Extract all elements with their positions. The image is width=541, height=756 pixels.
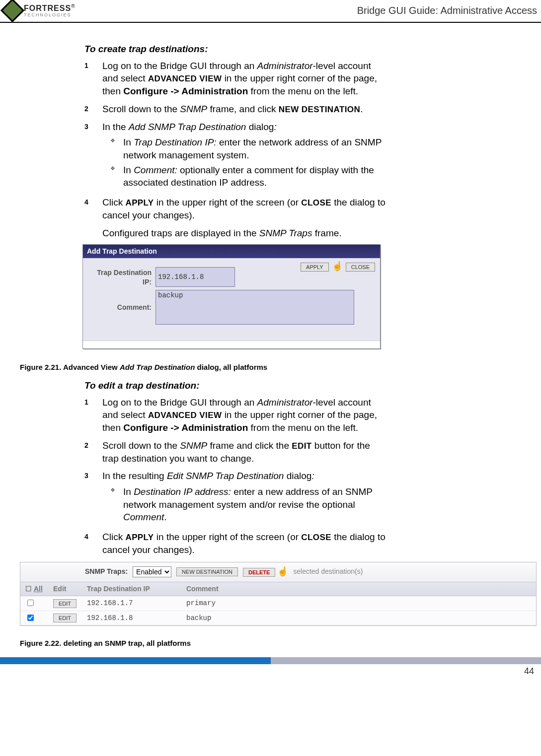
label-comment: Comment:: [90, 290, 155, 312]
row-checkbox[interactable]: [27, 615, 34, 621]
step-body: Scroll down to the SNMP frame and click …: [102, 439, 387, 465]
step-body: Click APPLY in the upper right of the sc…: [102, 196, 387, 222]
section1-trail: Configured traps are displayed in the SN…: [102, 227, 387, 240]
page-number: 44: [0, 664, 541, 682]
comment-input[interactable]: backup: [155, 290, 354, 325]
header-doc-title: Bridge GUI Guide: Administrative Access: [357, 5, 537, 16]
add-trap-dialog: Add Trap Destination APPLY ☝ CLOSE Trap …: [82, 244, 381, 349]
snmp-traps-label: SNMP Traps:: [85, 567, 128, 576]
step-number: 2: [84, 439, 102, 465]
selected-destinations-text: selected destination(s): [293, 567, 363, 576]
section1-steps: 1 Log on to the Bridge GUI through an Ad…: [84, 60, 387, 222]
edit-button[interactable]: EDIT: [53, 599, 77, 608]
section2-title: To edit a trap destination:: [84, 379, 387, 392]
step-body: Log on to the Bridge GUI through an Admi…: [102, 396, 387, 434]
logo-icon: [0, 0, 24, 22]
step-body: In the resulting Edit SNMP Trap Destinat…: [102, 470, 387, 526]
brand-logo: FORTRESS® TECHNOLOGIES: [4, 2, 75, 19]
dialog-title: Add Trap Destination: [83, 245, 380, 258]
step-number: 3: [84, 470, 102, 526]
header-comment: Comment: [186, 584, 531, 594]
cursor-icon: ☝: [277, 566, 288, 576]
row-ip: 192.168.1.7: [87, 599, 186, 608]
page-footer-bar: [0, 657, 541, 664]
close-button[interactable]: CLOSE: [346, 263, 375, 272]
step-body: In the Add SNMP Trap Destination dialog:…: [102, 121, 387, 191]
figure-2-21-caption: Figure 2.21. Advanced View Add Trap Dest…: [20, 363, 541, 371]
cursor-icon: ☝: [332, 260, 343, 272]
step-number: 4: [84, 531, 102, 556]
page-header: FORTRESS® TECHNOLOGIES Bridge GUI Guide:…: [0, 0, 541, 23]
edit-button[interactable]: EDIT: [53, 614, 77, 622]
brand-sub: TECHNOLOGIES: [24, 12, 75, 17]
apply-button[interactable]: APPLY: [301, 263, 329, 272]
step-body: Click APPLY in the upper right of the sc…: [102, 531, 387, 556]
step-body: Scroll down to the SNMP frame, and click…: [102, 103, 387, 116]
header-ip: Trap Destination IP: [87, 584, 186, 594]
section1-title: To create trap destinations:: [84, 43, 387, 56]
step-number: 1: [84, 60, 102, 98]
figure-2-22-caption: Figure 2.22. deleting an SNMP trap, all …: [20, 639, 541, 647]
snmp-traps-panel: SNMP Traps: Enabled NEW DESTINATION DELE…: [20, 562, 537, 626]
header-all[interactable]: ☐All: [25, 584, 53, 594]
row-comment: primary: [186, 599, 531, 608]
checkbox-all-icon[interactable]: ☐: [25, 584, 32, 594]
table-row: EDIT 192.168.1.8 backup: [20, 611, 536, 626]
table-row: EDIT 192.168.1.7 primary: [20, 596, 536, 611]
step-number: 1: [84, 396, 102, 434]
snmp-traps-select[interactable]: Enabled: [133, 566, 171, 577]
row-ip: 192.168.1.8: [87, 614, 186, 623]
label-trap-ip: Trap Destination IP:: [90, 267, 155, 287]
step-number: 4: [84, 196, 102, 222]
delete-button[interactable]: DELETE: [243, 568, 275, 577]
step-number: 3: [84, 121, 102, 191]
new-destination-button[interactable]: NEW DESTINATION: [176, 567, 238, 576]
section2-steps: 1 Log on to the Bridge GUI through an Ad…: [84, 396, 387, 556]
step-body: Log on to the Bridge GUI through an Admi…: [102, 60, 387, 98]
brand-main: FORTRESS: [24, 4, 71, 13]
step-number: 2: [84, 103, 102, 116]
trap-ip-input[interactable]: [155, 267, 235, 287]
header-edit: Edit: [53, 584, 87, 594]
row-comment: backup: [186, 614, 531, 623]
row-checkbox[interactable]: [27, 600, 34, 606]
